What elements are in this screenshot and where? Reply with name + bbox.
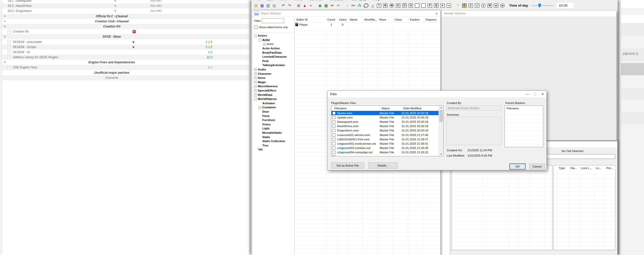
date-column-header[interactable]: Date Modified [401, 107, 439, 110]
file-row[interactable]: ccbgssse004-ruinsedge.esl Master File 31… [331, 150, 439, 155]
object-row-player[interactable]: Player 1 0 [295, 22, 440, 27]
file-checkbox[interactable] [332, 142, 335, 145]
collision-toggle-icon[interactable]: Q [434, 4, 438, 8]
filename-column-header[interactable]: Filename [331, 107, 380, 110]
column-header[interactable]: Editor ID [295, 18, 326, 21]
slider-handle-icon[interactable] [538, 4, 541, 8]
tree-item[interactable]: + Miscellaneous [252, 84, 294, 88]
file-checkbox[interactable] [332, 155, 335, 156]
redo-icon[interactable]: ↷ [286, 3, 293, 8]
parent-masters-column-header[interactable]: Filename [505, 106, 543, 111]
column-header[interactable]: Faction [408, 18, 424, 21]
mod-checkbox[interactable]: ✓ [7, 56, 11, 59]
tree-expander-icon[interactable]: + [254, 81, 257, 84]
w-cube-toggle-icon[interactable]: w [494, 4, 498, 8]
column-header[interactable]: Ow... [569, 167, 579, 170]
save-icon[interactable]: ▦ [259, 3, 265, 8]
tree-expander-icon[interactable]: + [254, 72, 257, 75]
mod-checkbox[interactable]: ✓ [7, 45, 11, 49]
undo-icon[interactable]: ↶ [280, 3, 286, 8]
status-column-header[interactable]: Status [380, 107, 401, 110]
dialogue-icon[interactable] [364, 4, 368, 7]
column-header[interactable]: Count [326, 18, 337, 21]
tree-item[interactable]: - Actors [252, 34, 294, 38]
mod-list-scrollbar[interactable] [0, 0, 2, 255]
tree-item[interactable]: + Magic [252, 80, 294, 84]
close-icon[interactable]: ✕ [435, 12, 438, 16]
c-circle-toggle-icon[interactable]: c [481, 4, 486, 8]
file-list-scrollbar[interactable]: ▲ ▼ [439, 106, 443, 156]
data-dialog-titlebar[interactable]: Data — ▢ ✕ [328, 91, 546, 97]
tree-item[interactable]: Door [252, 110, 294, 114]
set-active-file-button[interactable]: Set as Active File [331, 162, 364, 169]
occlusion-toggle-icon[interactable]: O [396, 4, 400, 8]
save-version-icon[interactable]: ▥ [265, 3, 271, 8]
tree-expander-icon[interactable]: + [254, 85, 257, 88]
scroll-up-icon[interactable]: ▲ [439, 107, 443, 109]
mod-row[interactable]: ✓ SKSE64 - Scripts ♥? 2.2.6 [0, 44, 249, 50]
column-header[interactable]: Class [393, 18, 408, 21]
tree-item[interactable]: Activator [252, 101, 294, 106]
tree-item[interactable]: + Container [252, 105, 294, 110]
minimize-icon[interactable]: — [524, 91, 531, 97]
menu-item[interactable]: View [280, 0, 287, 1]
maximize-icon[interactable]: ▢ [531, 91, 539, 97]
tree-item[interactable]: + Audio [252, 67, 294, 72]
cancel-button[interactable]: Cancel [529, 164, 545, 169]
column-header[interactable]: Users [337, 18, 348, 21]
cube-toggle-icon[interactable] [415, 4, 419, 8]
tree-item[interactable]: + WorldData [252, 93, 294, 97]
tree-item[interactable]: TalkingActivator [252, 63, 294, 67]
file-row[interactable]: ccbgssse003-zombies.esl Master File 31.0… [331, 146, 439, 150]
file-row[interactable]: HearthFires.esm Master File 31.01.2025 2… [331, 124, 439, 128]
mod-checkbox[interactable]: ✓ [7, 50, 11, 54]
primitives-toggle-icon[interactable]: P [428, 4, 432, 8]
menu-item[interactable]: Help [373, 0, 380, 1]
time-of-day-value[interactable]: 10.00 [557, 3, 573, 8]
heightmap-marker-icon[interactable]: △ [370, 3, 376, 8]
render-window-titlebar[interactable]: Render Window [442, 10, 616, 17]
endorse-heart-icon[interactable]: ♥? [132, 40, 134, 44]
tree-item[interactable]: Flora [252, 114, 294, 118]
tree-expander-icon[interactable]: - [254, 98, 257, 100]
cell-list-table[interactable]: EditorIDNameFileLoc...Location [452, 165, 552, 250]
mod-row[interactable]: ✓ Address Library for SKSE Plugins 11.0 [0, 55, 249, 60]
bounds-toggle-icon[interactable] [421, 4, 426, 8]
mod-checkbox[interactable]: ✓ [7, 30, 11, 34]
tree-item[interactable]: Light [252, 126, 294, 131]
tree-item[interactable]: Grass [252, 122, 294, 126]
file-row[interactable]: ccbgssse002-exoticarrows.esl Master File… [331, 141, 439, 146]
water-fx-icon[interactable]: FX [335, 3, 341, 8]
close-icon[interactable]: ✕ [539, 91, 546, 97]
tree-item[interactable]: *All [252, 147, 294, 152]
time-of-day-slider[interactable] [531, 5, 554, 6]
light-picker-icon[interactable]: ⇡ [455, 3, 461, 8]
mod-row[interactable]: > Creation Club -Cleaned [0, 19, 249, 24]
column-header[interactable]: Lock L... [579, 167, 594, 170]
portals-toggle-icon[interactable]: T [377, 4, 381, 8]
tree-item[interactable]: BodyPartData [252, 50, 294, 55]
object-window-titlebar[interactable]: Object Window ✕ [252, 10, 440, 17]
no-draw-toggle-icon[interactable]: ✕ [440, 4, 445, 8]
filter-input[interactable] [262, 18, 284, 23]
world-map-icon[interactable]: ◉ [317, 3, 323, 8]
tree-item[interactable]: + Items [252, 76, 294, 80]
tree-item[interactable]: Static [252, 135, 294, 139]
file-checkbox[interactable] [332, 125, 335, 128]
red-x-note-icon[interactable]: ✕ [132, 30, 136, 34]
details-button[interactable]: Details... [368, 162, 398, 169]
mod-row[interactable]: ✓ SKSE64 - executable ♥? 2.2.6 [0, 39, 249, 44]
ok-button[interactable]: OK [509, 163, 526, 170]
mod-row[interactable]: ✓ SSE Engine Fixes 6.2 [0, 65, 249, 70]
combined-objects-icon[interactable]: C [462, 4, 466, 8]
havok-sim-icon[interactable]: HK [329, 3, 335, 8]
column-header[interactable]: Lo... [594, 167, 605, 170]
menu-item[interactable]: Edit [267, 0, 273, 1]
show-edited-forms-checkbox[interactable] [254, 25, 257, 29]
open-icon[interactable]: ▨ [253, 3, 259, 8]
tree-expander-icon[interactable]: + [254, 94, 257, 96]
tree-item[interactable]: MovableStatic [252, 131, 294, 135]
mod-row[interactable]: DLC: Dragonborn ϟ Non-MO [0, 8, 249, 13]
tree-expander-icon[interactable]: + [259, 106, 261, 109]
tree-item[interactable]: LeveledCharacter [252, 55, 294, 59]
